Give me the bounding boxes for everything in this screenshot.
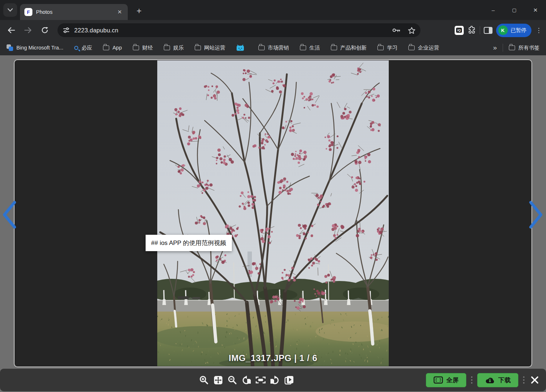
viewer-tools	[199, 369, 294, 391]
back-button[interactable]	[4, 23, 18, 37]
bookmark-folder-finance[interactable]: 财经	[133, 44, 153, 51]
actual-size-button[interactable]	[213, 375, 223, 385]
fit-screen-icon	[256, 376, 266, 384]
address-bar[interactable]: 2223.dapubu.cn	[58, 23, 420, 37]
folder-icon	[331, 45, 337, 50]
bookmarks-overflow-button[interactable]: »	[493, 44, 497, 52]
reload-button[interactable]	[38, 23, 52, 37]
extensions-puzzle-icon[interactable]	[467, 26, 476, 35]
translator-icon	[7, 44, 13, 51]
tab-close-icon[interactable]: ✕	[116, 8, 123, 16]
forward-icon	[24, 27, 32, 33]
bookmark-folder-marketing[interactable]: 市场营销	[258, 44, 289, 51]
actual-size-icon	[213, 375, 223, 385]
new-tab-button[interactable]: +	[133, 5, 145, 17]
tab-search-button[interactable]	[3, 3, 17, 17]
folder-icon	[195, 45, 201, 50]
bookmark-bing-translator[interactable]: Bing Microsoft Tra...	[7, 44, 63, 51]
fit-screen-button[interactable]	[256, 375, 266, 385]
zoom-out-button[interactable]	[227, 375, 237, 385]
maximize-button[interactable]: ▢	[504, 0, 525, 20]
window-close-button[interactable]: ✕	[525, 0, 546, 20]
toolbar-right-cluster: iQ K 已暂停 ⋮	[455, 23, 543, 37]
photo-caption: ## ios APP 的使用范例视频	[146, 235, 232, 251]
tab-title: Photos	[36, 9, 116, 15]
slideshow-play-icon	[284, 375, 294, 385]
viewer-actions: 全屏 下载	[426, 369, 540, 391]
next-photo-arrow[interactable]	[528, 200, 545, 229]
fullscreen-icon	[434, 376, 443, 384]
reload-icon	[41, 27, 48, 34]
chevron-down-icon	[8, 8, 13, 12]
viewer-close-button[interactable]	[529, 375, 540, 385]
avatar: K	[498, 25, 508, 35]
all-bookmarks-button[interactable]: 所有书签	[509, 44, 539, 51]
download-cloud-icon	[485, 376, 495, 384]
tab-photos[interactable]: F Photos ✕	[20, 4, 128, 20]
folder-icon	[133, 45, 139, 50]
profile-status-label: 已暂停	[511, 27, 527, 34]
toolbar-dots-separator	[523, 376, 525, 384]
folder-icon	[258, 45, 265, 50]
search-icon	[74, 46, 78, 50]
folder-icon	[408, 45, 415, 50]
browser-menu-button[interactable]: ⋮	[535, 29, 542, 31]
forward-button[interactable]	[21, 23, 35, 37]
browser-toolbar: 2223.dapubu.cn iQ K 已暂停 ⋮	[0, 20, 546, 40]
extension-iq-icon[interactable]: iQ	[455, 26, 464, 35]
zoom-in-button[interactable]	[199, 375, 209, 385]
bookmarks-bar: Bing Microsoft Tra... 必应 App 财经 娱乐 网站运营 …	[0, 40, 546, 55]
bookmark-folder-life[interactable]: 生活	[300, 44, 320, 51]
rotate-right-icon	[270, 375, 280, 385]
side-panel-icon[interactable]	[484, 27, 492, 34]
folder-icon	[509, 45, 515, 50]
fullscreen-button[interactable]: 全屏	[426, 373, 466, 387]
tab-favicon: F	[24, 8, 32, 16]
rotate-right-button[interactable]	[270, 375, 280, 385]
bookmark-folder-enterprise-ops[interactable]: 企业运营	[408, 44, 439, 51]
bookmark-biying[interactable]: 必应	[74, 44, 92, 51]
window-controls: – ▢ ✕	[483, 0, 546, 20]
minimize-button[interactable]: –	[483, 0, 504, 20]
plum-blossom-photo	[157, 60, 389, 366]
bookmark-folder-product-innovation[interactable]: 产品和创新	[331, 44, 367, 51]
page-content: ## ios APP 的使用范例视频 IMG_1317.JPG | 1 / 6	[0, 55, 546, 392]
viewer-toolbar: 全屏 下载	[0, 369, 546, 391]
close-icon	[530, 376, 539, 384]
bookmark-folder-entertainment[interactable]: 娱乐	[164, 44, 184, 51]
folder-icon	[164, 45, 170, 50]
bilibili-icon	[236, 45, 244, 51]
bookmark-folder-study[interactable]: 学习	[377, 44, 397, 51]
download-button[interactable]: 下载	[477, 373, 518, 387]
password-key-icon[interactable]	[392, 27, 401, 33]
url-text[interactable]: 2223.dapubu.cn	[74, 27, 392, 34]
tab-strip: F Photos ✕ + – ▢ ✕	[0, 0, 546, 20]
rotate-left-icon	[241, 375, 252, 385]
zoom-out-icon	[228, 375, 237, 385]
profile-chip[interactable]: K 已暂停	[496, 24, 532, 37]
prev-photo-arrow[interactable]	[1, 200, 17, 229]
back-icon	[8, 27, 15, 33]
folder-icon	[300, 45, 306, 50]
bookmark-bilibili[interactable]	[236, 45, 248, 51]
bookmark-star-icon[interactable]	[408, 27, 415, 34]
toolbar-separator	[480, 26, 480, 34]
folder-icon	[103, 45, 109, 50]
toolbar-dots-separator	[471, 376, 472, 384]
bookmarks-right-cluster: » 所有书签	[493, 44, 539, 52]
bookmark-folder-app[interactable]: App	[103, 45, 122, 51]
slideshow-button[interactable]	[284, 375, 294, 385]
photo-status-text: IMG_1317.JPG | 1 / 6	[0, 353, 546, 363]
photo-lightbox	[14, 59, 532, 367]
photo-img-1317[interactable]	[157, 60, 389, 366]
rotate-left-button[interactable]	[241, 375, 252, 385]
site-settings-icon	[63, 27, 70, 33]
bookmarks-separator	[503, 44, 503, 52]
bookmark-folder-website-ops[interactable]: 网站运营	[195, 44, 225, 51]
zoom-in-icon	[199, 375, 209, 385]
folder-icon	[377, 45, 384, 50]
